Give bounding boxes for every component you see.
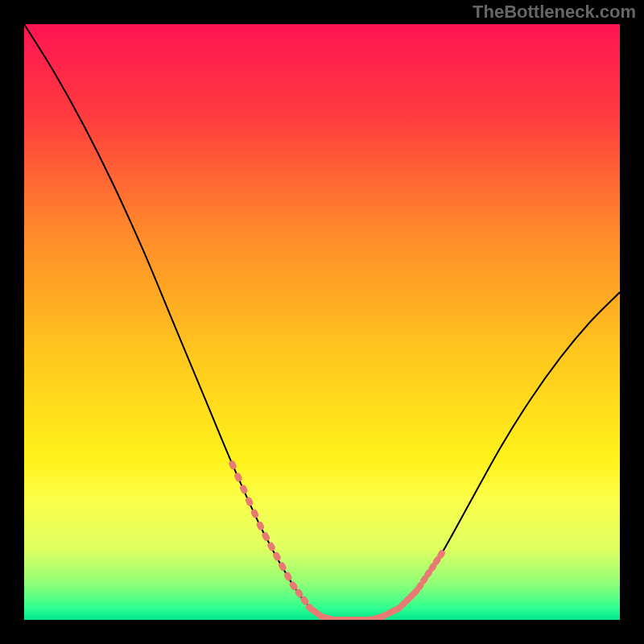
watermark-text: TheBottleneck.com <box>473 2 636 23</box>
plot-area <box>24 24 620 620</box>
chart-svg <box>24 24 620 620</box>
gradient-background <box>24 24 620 620</box>
chart-container: TheBottleneck.com <box>0 0 644 644</box>
